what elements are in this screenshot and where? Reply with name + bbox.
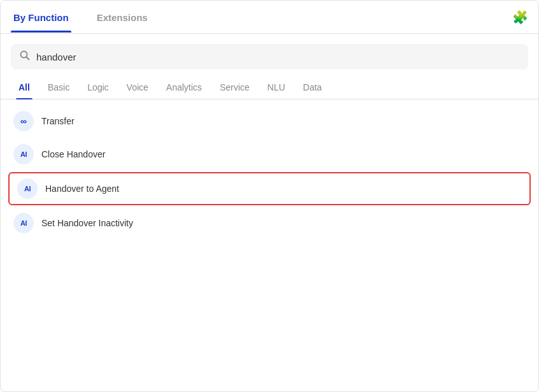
cat-tab-nlu[interactable]: NLU (260, 77, 293, 99)
item-label-handover-to-agent: Handover to Agent (45, 184, 119, 194)
list-item-close-handover[interactable]: AI Close Handover (1, 138, 538, 171)
item-label-set-handover-inactivity: Set Handover Inactivity (41, 218, 133, 228)
items-list: ∞ Transfer AI Close Handover AI Handover… (1, 99, 538, 245)
item-label-close-handover: Close Handover (41, 149, 105, 159)
main-panel: By Function Extensions 🧩 All Basic Logic… (0, 0, 539, 392)
cat-tab-logic[interactable]: Logic (80, 77, 116, 99)
tab-by-function[interactable]: By Function (11, 2, 82, 32)
list-item-transfer[interactable]: ∞ Transfer (1, 105, 538, 138)
cat-tab-data[interactable]: Data (296, 77, 330, 99)
extensions-puzzle-icon[interactable]: 🧩 (512, 10, 528, 25)
cat-tab-basic[interactable]: Basic (40, 77, 77, 99)
search-box (11, 44, 528, 69)
cat-tab-all[interactable]: All (11, 77, 38, 99)
search-input[interactable] (36, 52, 519, 62)
cat-tab-service[interactable]: Service (212, 77, 257, 99)
transfer-icon: ∞ (13, 111, 34, 131)
top-tab-bar: By Function Extensions 🧩 (1, 1, 538, 34)
search-container (1, 34, 538, 75)
cat-tab-voice[interactable]: Voice (119, 77, 156, 99)
tab-extensions[interactable]: Extensions (94, 2, 161, 32)
list-item-set-handover-inactivity[interactable]: AI Set Handover Inactivity (1, 207, 538, 240)
category-tab-bar: All Basic Logic Voice Analytics Service … (1, 75, 538, 99)
svg-line-1 (27, 57, 29, 60)
list-item-handover-to-agent[interactable]: AI Handover to Agent (8, 172, 531, 205)
ai-icon-close-handover: AI (13, 144, 34, 164)
item-label-transfer: Transfer (41, 116, 75, 126)
ai-icon-handover-to-agent: AI (17, 178, 38, 199)
cat-tab-analytics[interactable]: Analytics (159, 77, 210, 99)
search-icon (20, 50, 30, 63)
ai-icon-set-handover-inactivity: AI (13, 213, 34, 233)
